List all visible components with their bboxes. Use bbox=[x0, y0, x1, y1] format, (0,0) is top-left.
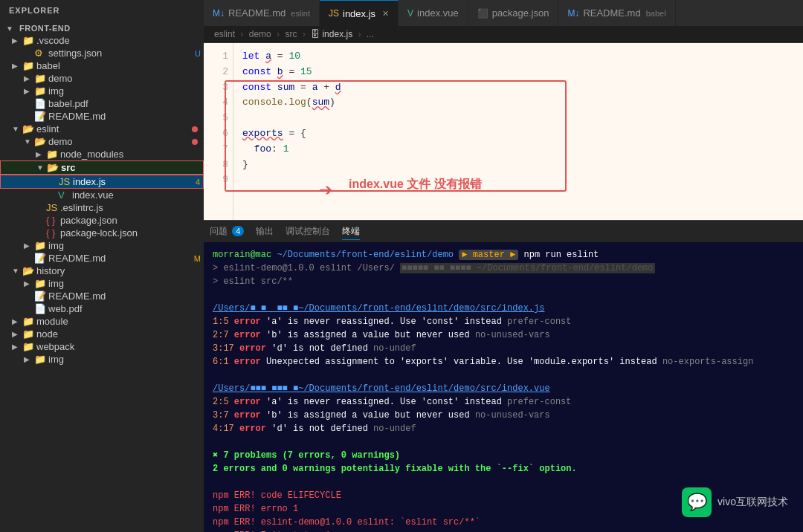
sidebar-item-img-hist[interactable]: ▶ 📁 img bbox=[0, 277, 204, 290]
sidebar-item-settings[interactable]: ⚙ settings.json U bbox=[0, 47, 204, 59]
terminal-error-3: 3:17 error 'd' is not defined no-undef bbox=[213, 342, 794, 355]
tab-hint: eslint bbox=[291, 9, 310, 18]
md-icon: 📝 bbox=[34, 291, 46, 302]
md-tab-icon2: M↓ bbox=[567, 8, 579, 19]
vscode-arrow-icon: ▶ bbox=[12, 36, 22, 45]
panel-tab-problems[interactable]: 问题 4 bbox=[210, 224, 244, 240]
tab-close-icon[interactable]: ✕ bbox=[382, 9, 389, 19]
sidebar-item-readme-hist[interactable]: 📝 README.md bbox=[0, 290, 204, 302]
sidebar-item-history[interactable]: ▼ 📂 history bbox=[0, 265, 204, 277]
code-content[interactable]: let a = 10 const b = 15 const sum = a + … bbox=[233, 43, 803, 220]
folder-icon: 📁 bbox=[34, 278, 46, 289]
sidebar-item-indexvue[interactable]: V index.vue bbox=[0, 189, 204, 201]
json-icon: { } bbox=[46, 215, 58, 226]
tab-readme-babel[interactable]: M↓ README.md babel bbox=[558, 0, 675, 26]
sidebar-item-readme-babel[interactable]: 📝 README.md bbox=[0, 110, 204, 123]
tab-label: README.md bbox=[228, 7, 286, 19]
js-icon: JS bbox=[46, 202, 58, 213]
sidebar-item-img1[interactable]: ▶ 📁 img bbox=[0, 85, 204, 97]
pdf-icon: 📄 bbox=[34, 303, 46, 314]
demo-eslint-arrow: ▼ bbox=[24, 137, 34, 146]
tab-label: README.md bbox=[583, 7, 640, 19]
terminal-npm-err3: npm ERR! eslint-demo@1.0.0 eslint: `esli… bbox=[213, 516, 794, 529]
sidebar-item-node[interactable]: ▶ 📁 node bbox=[0, 328, 204, 340]
panel-tab-output[interactable]: 输出 bbox=[256, 224, 274, 240]
terminal-summary2: 2 errors and 0 warnings potentially fixa… bbox=[213, 462, 794, 476]
sidebar-item-webpack[interactable]: ▶ 📁 webpack bbox=[0, 340, 204, 353]
terminal-file1-path: /Users/■ ■__■■ ■~/Documents/front-end/es… bbox=[213, 302, 794, 315]
folder-icon: 📁 bbox=[22, 60, 34, 71]
module-arrow: ▶ bbox=[12, 317, 22, 325]
sidebar-item-img-eslint[interactable]: ▶ 📁 img bbox=[0, 239, 204, 252]
folder-icon: 📁 bbox=[34, 73, 46, 84]
tab-label: index.vue bbox=[417, 7, 459, 19]
sidebar-item-pkg[interactable]: { } package.json bbox=[0, 214, 204, 227]
folder-open-icon: 📂 bbox=[34, 136, 46, 147]
eslint-arrow: ▼ bbox=[12, 125, 22, 133]
sidebar-item-module[interactable]: ▶ 📁 module bbox=[0, 315, 204, 328]
root-folder-label[interactable]: ▼ FRONT-END bbox=[0, 21, 204, 34]
main-area: M↓ README.md eslint JS index.js ✕ V inde… bbox=[204, 0, 803, 532]
panel-tab-terminal[interactable]: 终端 bbox=[342, 224, 360, 240]
terminal-error2-1: 2:5 error 'a' is never reassigned. Use '… bbox=[213, 395, 794, 409]
sidebar-item-node-modules[interactable]: ▶ 📁 node_modules bbox=[0, 148, 204, 160]
sidebar-item-vscode[interactable]: ▶ 📁 .vscode bbox=[0, 34, 204, 47]
terminal-error-4: 6:1 error Unexpected assignment to 'expo… bbox=[213, 355, 794, 369]
md-tab-icon: M↓ bbox=[213, 8, 225, 19]
img-wp-arrow: ▶ bbox=[24, 355, 34, 363]
panel-tab-debug[interactable]: 调试控制台 bbox=[286, 224, 330, 240]
js-tab-icon: JS bbox=[329, 8, 339, 19]
sidebar-item-img-webpack[interactable]: ▶ 📁 img bbox=[0, 353, 204, 366]
terminal-summary1: ✖ 7 problems (7 errors, 0 warnings) bbox=[213, 449, 794, 462]
sidebar-item-indexjs[interactable]: JS index.js 4 bbox=[0, 175, 204, 189]
folder-icon: 📁 bbox=[22, 35, 34, 46]
tab-pkg[interactable]: ⬛ package.json bbox=[468, 0, 559, 26]
sidebar-item-readme-eslint[interactable]: 📝 README.md M bbox=[0, 252, 204, 265]
tab-label: package.json bbox=[492, 7, 549, 19]
watermark: 💬 vivo互联网技术 bbox=[682, 487, 788, 517]
md-icon: 📝 bbox=[34, 111, 46, 122]
nm-arrow: ▶ bbox=[36, 150, 46, 158]
pdf-icon: 📄 bbox=[34, 98, 46, 109]
terminal-line-eslint-src: > eslint src/** bbox=[213, 275, 794, 288]
wm-icon: 💬 bbox=[682, 487, 712, 517]
folder-icon: 📁 bbox=[22, 328, 34, 340]
sidebar-item-demo1[interactable]: ▶ 📁 demo bbox=[0, 72, 204, 85]
settings-badge: U bbox=[192, 49, 204, 58]
tab-indexvue[interactable]: V index.vue bbox=[399, 0, 468, 26]
sidebar: EXPLORER ▼ FRONT-END ▶ 📁 .vscode ⚙ setti… bbox=[0, 0, 204, 532]
terminal-file2-path: /Users/■■■ ■■■ ■~/Documents/front-end/es… bbox=[213, 382, 794, 395]
folder-open-icon: 📂 bbox=[22, 265, 34, 276]
folder-icon: 📁 bbox=[34, 240, 46, 251]
tab-hint: babel bbox=[646, 9, 666, 18]
sidebar-item-babelpdf[interactable]: 📄 babel.pdf bbox=[0, 97, 204, 110]
terminal-line-eslint-cmd: > eslint-demo@1.0.0 eslint /Users/ ■■■■■… bbox=[213, 262, 794, 275]
json-icon: ⚙ bbox=[34, 48, 46, 59]
tab-bar: M↓ README.md eslint JS index.js ✕ V inde… bbox=[204, 0, 803, 26]
sidebar-item-babel[interactable]: ▶ 📁 babel bbox=[0, 59, 204, 72]
webpack-arrow: ▶ bbox=[12, 343, 22, 351]
terminal-npm-err4: npm ERR! Exit status 1 bbox=[213, 529, 794, 532]
terminal-error2-2: 3:7 error 'b' is assigned a value but ne… bbox=[213, 409, 794, 422]
sidebar-item-demo-eslint[interactable]: ▼ 📂 demo bbox=[0, 135, 204, 148]
wm-text: vivo互联网技术 bbox=[717, 496, 788, 509]
js-icon: JS bbox=[59, 176, 71, 187]
folder-open-icon: 📂 bbox=[47, 162, 59, 173]
root-arrow-icon: ▼ bbox=[6, 25, 16, 33]
sidebar-item-eslintrc[interactable]: JS .eslintrc.js bbox=[0, 201, 204, 214]
sidebar-item-webpdf[interactable]: 📄 web.pdf bbox=[0, 302, 204, 315]
sidebar-item-src[interactable]: ▼ 📂 src bbox=[0, 160, 204, 175]
tab-readme-eslint[interactable]: M↓ README.md eslint bbox=[204, 0, 320, 26]
vue-tab-icon: V bbox=[407, 8, 413, 19]
terminal-error2-3: 4:17 error 'd' is not defined no-undef bbox=[213, 422, 794, 435]
terminal-error-2: 2:7 error 'b' is assigned a value but ne… bbox=[213, 328, 794, 342]
folder-icon: 📁 bbox=[34, 354, 46, 365]
sidebar-item-pkg-lock[interactable]: { } package-lock.json bbox=[0, 227, 204, 239]
img-eslint-arrow: ▶ bbox=[24, 241, 34, 250]
eslint-dot bbox=[192, 126, 198, 132]
tab-indexjs[interactable]: JS index.js ✕ bbox=[320, 0, 399, 26]
vue-icon: V bbox=[58, 189, 70, 201]
src-arrow: ▼ bbox=[36, 163, 47, 172]
sidebar-item-eslint[interactable]: ▼ 📂 eslint bbox=[0, 123, 204, 135]
demo1-arrow: ▶ bbox=[24, 74, 34, 82]
